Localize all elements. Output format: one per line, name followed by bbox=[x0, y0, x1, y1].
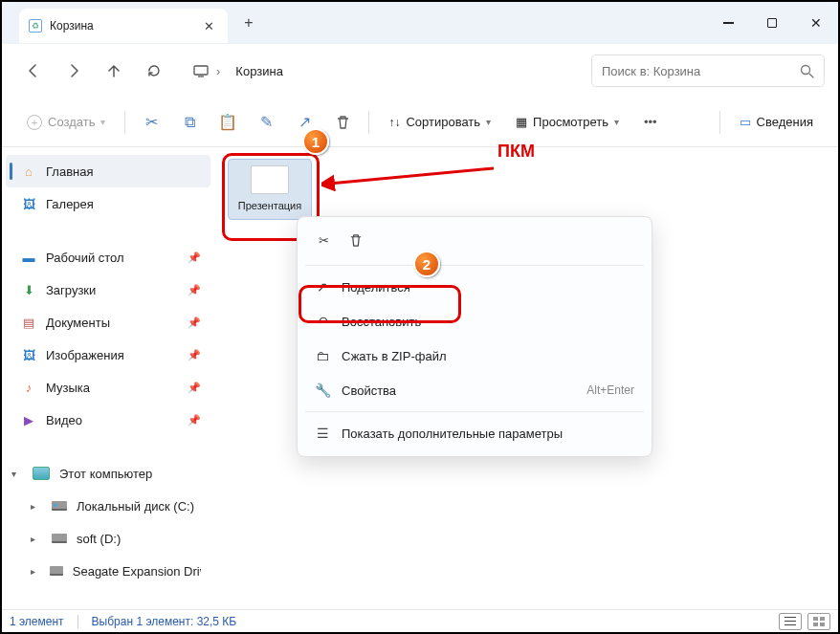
ctx-more-options[interactable]: ☰ Показать дополнительные параметры bbox=[303, 416, 646, 450]
nav-bar: › Корзина bbox=[2, 44, 838, 98]
forward-button[interactable] bbox=[55, 53, 92, 89]
properties-icon: 🔧 bbox=[315, 383, 330, 398]
file-item-presentation[interactable]: Презентация bbox=[228, 159, 312, 220]
status-count: 1 элемент bbox=[10, 615, 64, 628]
gallery-icon: 🖼 bbox=[21, 196, 36, 211]
sidebar-item-home[interactable]: ⌂ Главная bbox=[6, 155, 210, 187]
view-button[interactable]: ▦Просмотреть▾ bbox=[506, 106, 629, 139]
annotation-arrow bbox=[321, 163, 503, 191]
zip-icon: 🗀 bbox=[315, 348, 330, 363]
close-window-button[interactable]: ✕ bbox=[794, 2, 838, 44]
toolbar: +Создать▾ ✂ ⧉ 📋 ✎ ↗ ↑↓Сортировать▾ ▦Прос… bbox=[2, 98, 838, 147]
maximize-button[interactable] bbox=[750, 2, 794, 44]
sidebar-item-music[interactable]: ♪ Музыка📌 bbox=[6, 371, 210, 404]
annotation-badge-2: 2 bbox=[413, 251, 440, 277]
share-icon: ↗ bbox=[315, 279, 330, 295]
sort-button[interactable]: ↑↓Сортировать▾ bbox=[379, 106, 500, 139]
downloads-icon: ⬇ bbox=[21, 282, 36, 297]
status-selected: Выбран 1 элемент: 32,5 КБ bbox=[92, 615, 237, 628]
music-icon: ♪ bbox=[21, 380, 36, 395]
ctx-properties[interactable]: 🔧 Свойства Alt+Enter bbox=[303, 373, 646, 407]
rename-icon[interactable]: ✎ bbox=[250, 106, 282, 139]
svg-line-2 bbox=[329, 168, 494, 184]
more-icon: ☰ bbox=[315, 426, 330, 441]
annotation-text-pkm: ПКМ bbox=[497, 142, 535, 162]
sidebar-item-drive-ext[interactable]: ▸ Seagate Expansion Drive (I bbox=[6, 555, 210, 587]
view-grid-toggle[interactable] bbox=[807, 613, 830, 630]
svg-point-1 bbox=[802, 65, 810, 74]
ctx-cut-icon[interactable]: ✂ bbox=[309, 227, 338, 253]
new-button[interactable]: +Создать▾ bbox=[17, 106, 115, 139]
address-root-icon[interactable]: › bbox=[186, 60, 228, 82]
details-button[interactable]: ▭Сведения bbox=[730, 106, 823, 139]
recycle-bin-icon: ♻ bbox=[29, 19, 42, 33]
search-box[interactable] bbox=[591, 55, 825, 87]
delete-icon[interactable] bbox=[326, 106, 359, 139]
status-bar: 1 элемент Выбран 1 элемент: 32,5 КБ bbox=[2, 609, 838, 632]
drive-icon bbox=[52, 501, 67, 511]
sidebar-item-documents[interactable]: ▤ Документы📌 bbox=[6, 306, 210, 339]
tab-title: Корзина bbox=[50, 19, 94, 33]
search-icon bbox=[800, 64, 814, 78]
annotation-badge-1: 1 bbox=[302, 128, 329, 155]
drive-icon bbox=[50, 566, 63, 576]
context-menu: ✂ ↗ Поделиться ↶ Восстановить 🗀 Сжать в … bbox=[297, 216, 652, 457]
svg-rect-0 bbox=[194, 66, 208, 75]
close-tab-button[interactable]: ✕ bbox=[199, 16, 218, 35]
sidebar-item-downloads[interactable]: ⬇ Загрузки📌 bbox=[6, 273, 210, 306]
drive-icon bbox=[52, 534, 67, 543]
sidebar-item-this-pc[interactable]: ▾ Этот компьютер bbox=[6, 457, 210, 490]
search-input[interactable] bbox=[602, 64, 800, 78]
file-thumbnail bbox=[251, 165, 289, 194]
file-area: Презентация 1 ПКМ ✂ ↗ Поделиться ↶ В bbox=[214, 147, 838, 609]
tab-bar: ♻ Корзина ✕ + ✕ bbox=[2, 2, 838, 44]
paste-icon[interactable]: 📋 bbox=[211, 106, 244, 139]
cut-icon[interactable]: ✂ bbox=[135, 106, 167, 139]
desktop-icon: ▬ bbox=[21, 250, 36, 265]
sidebar: ⌂ Главная 🖼 Галерея ▬ Рабочий стол📌 ⬇ За… bbox=[2, 147, 214, 609]
ctx-restore[interactable]: ↶ Восстановить bbox=[303, 304, 646, 339]
chevron-right-icon[interactable]: ▸ bbox=[31, 501, 42, 512]
recycle-bin-tab[interactable]: ♻ Корзина ✕ bbox=[19, 9, 228, 43]
ctx-share[interactable]: ↗ Поделиться bbox=[303, 270, 646, 304]
address-location[interactable]: Корзина bbox=[228, 60, 291, 82]
refresh-button[interactable] bbox=[136, 53, 172, 89]
ctx-zip[interactable]: 🗀 Сжать в ZIP-файл bbox=[303, 339, 646, 373]
pc-icon bbox=[33, 467, 50, 480]
documents-icon: ▤ bbox=[21, 315, 36, 330]
video-icon: ▶ bbox=[21, 412, 36, 427]
sidebar-item-video[interactable]: ▶ Видео📌 bbox=[6, 404, 210, 436]
minimize-button[interactable] bbox=[706, 2, 750, 44]
more-button[interactable]: ••• bbox=[634, 106, 667, 139]
ctx-delete-icon[interactable] bbox=[342, 227, 370, 253]
images-icon: 🖼 bbox=[21, 347, 36, 362]
pin-icon: 📌 bbox=[188, 251, 201, 264]
sidebar-item-drive-d[interactable]: ▸ soft (D:) bbox=[6, 522, 210, 555]
view-list-toggle[interactable] bbox=[779, 613, 802, 630]
sidebar-item-images[interactable]: 🖼 Изображения📌 bbox=[6, 339, 210, 371]
up-button[interactable] bbox=[96, 53, 132, 89]
sidebar-item-gallery[interactable]: 🖼 Галерея bbox=[6, 187, 210, 220]
window-controls: ✕ bbox=[706, 2, 838, 44]
file-name: Презентация bbox=[238, 200, 301, 211]
address-bar[interactable]: › Корзина bbox=[182, 55, 578, 87]
sidebar-item-drive-c[interactable]: ▸ Локальный диск (C:) bbox=[6, 490, 210, 522]
back-button[interactable] bbox=[15, 53, 52, 89]
home-icon: ⌂ bbox=[21, 164, 36, 179]
new-tab-button[interactable]: + bbox=[233, 8, 264, 38]
sidebar-item-desktop[interactable]: ▬ Рабочий стол📌 bbox=[6, 241, 210, 273]
copy-icon[interactable]: ⧉ bbox=[173, 106, 206, 139]
chevron-down-icon[interactable]: ▾ bbox=[11, 469, 23, 479]
restore-icon: ↶ bbox=[315, 314, 330, 329]
